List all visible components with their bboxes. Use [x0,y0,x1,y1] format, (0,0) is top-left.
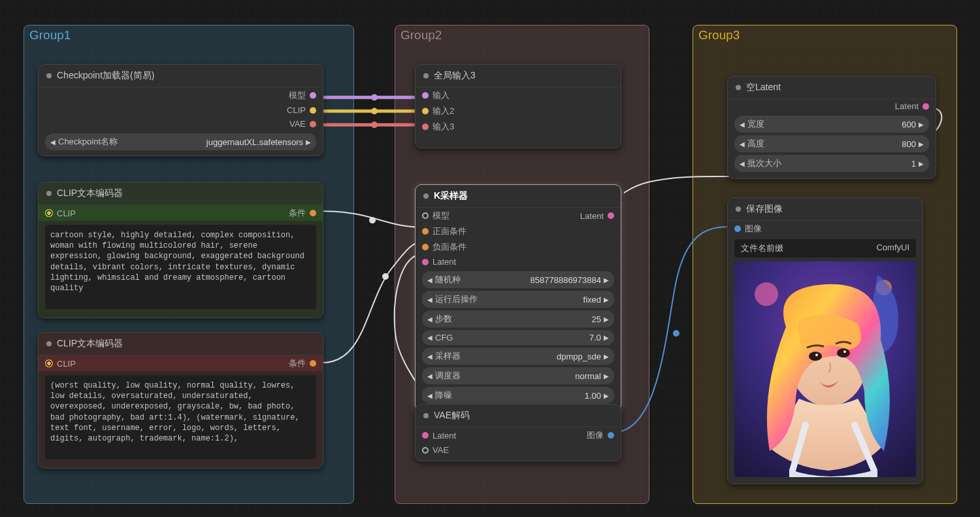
node-save-image[interactable]: 保存图像 图像 文件名前缀 ComfyUI [727,197,923,484]
collapse-icon[interactable] [46,191,52,196]
node-header[interactable]: Checkpoint加载器(简易) [39,65,323,88]
chevron-left-icon[interactable]: ◀ [50,139,56,146]
input-latent[interactable]: Latent [422,257,456,267]
chevron-left-icon[interactable]: ◀ [427,353,433,360]
chevron-left-icon[interactable]: ◀ [740,121,745,128]
chevron-right-icon[interactable]: ▶ [919,141,924,148]
chevron-left-icon[interactable]: ◀ [740,141,745,148]
port-row: 图像 [728,221,923,237]
svg-point-2 [371,122,378,128]
node-clip-negative[interactable]: CLIP文本编码器 CLIP 条件 [38,332,323,469]
port-row: Latent [728,99,936,113]
node-title: 保存图像 [746,203,783,215]
chevron-right-icon[interactable]: ▶ [919,160,924,167]
node-title: 全局输入3 [434,70,476,82]
chevron-right-icon[interactable]: ▶ [604,392,609,399]
input-3[interactable]: 输入3 [422,121,454,133]
widget-cfg[interactable]: ◀CFG7.0▶ [422,330,614,345]
node-header[interactable]: 保存图像 [728,198,923,221]
node-header[interactable]: 全局输入3 [416,65,621,88]
svg-point-1 [371,108,378,114]
prompt-textarea[interactable] [45,225,316,309]
group-2-title: Group2 [395,25,649,45]
chevron-left-icon[interactable]: ◀ [427,316,433,323]
input-latent[interactable]: Latent [422,431,456,441]
chevron-right-icon[interactable]: ▶ [306,139,311,146]
chevron-right-icon[interactable]: ▶ [604,316,609,323]
input-clip[interactable]: CLIP [45,208,76,218]
widget-scheduler[interactable]: ◀调度器normal▶ [422,367,614,384]
widget-filename-prefix[interactable]: 文件名前缀 ComfyUI [734,239,916,258]
port-row: 模型 Latent [416,208,621,224]
node-header[interactable]: 空Latent [728,76,936,99]
node-header[interactable]: CLIP文本编码器 [39,182,323,205]
widget-steps[interactable]: ◀步数25▶ [422,310,614,327]
chevron-left-icon[interactable]: ◀ [427,334,433,341]
collapse-icon[interactable] [46,341,52,346]
collapse-icon[interactable] [423,413,429,418]
collapse-icon[interactable] [736,207,741,212]
node-empty-latent[interactable]: 空Latent Latent ◀宽度600▶ ◀高度800▶ ◀批次大小1▶ [727,76,936,179]
node-header[interactable]: K采样器 [416,185,621,208]
chevron-right-icon[interactable]: ▶ [604,276,609,284]
output-model[interactable]: 模型 [289,90,316,101]
svg-point-0 [371,94,378,101]
widget-height[interactable]: ◀高度800▶ [734,135,929,152]
widget-seed[interactable]: ◀随机种858778886973884▶ [422,271,614,288]
input-vae[interactable]: VAE [422,445,449,455]
port-row: Latent 图像 [416,427,621,443]
widget-checkpoint-name[interactable]: ◀ Checkpoint名称 juggernautXL.safetensors … [45,133,316,150]
port-row: CLIP 条件 [39,356,323,371]
widget-sampler[interactable]: ◀采样器dpmpp_sde▶ [422,348,614,365]
input-1[interactable]: 输入 [422,90,449,101]
node-global-inputs[interactable]: 全局输入3 输入 输入2 输入3 [415,64,621,148]
chevron-left-icon[interactable]: ◀ [427,392,433,399]
output-conditioning[interactable]: 条件 [289,358,316,369]
collapse-icon[interactable] [736,85,741,90]
collapse-icon[interactable] [46,73,52,78]
node-header[interactable]: VAE解码 [416,405,621,427]
chevron-right-icon[interactable]: ▶ [604,353,609,360]
input-clip[interactable]: CLIP [45,359,76,369]
svg-point-3 [369,217,376,224]
input-image[interactable]: 图像 [734,223,762,235]
chevron-left-icon[interactable]: ◀ [427,373,433,380]
widget-denoise[interactable]: ◀降噪1.00▶ [422,387,614,404]
chevron-right-icon[interactable]: ▶ [919,121,924,128]
collapse-icon[interactable] [423,193,429,199]
chevron-right-icon[interactable]: ▶ [604,296,609,303]
input-negative[interactable]: 负面条件 [422,241,466,253]
prompt-textarea[interactable] [45,375,316,459]
node-header[interactable]: CLIP文本编码器 [39,333,323,356]
chevron-left-icon[interactable]: ◀ [740,160,745,167]
output-clip[interactable]: CLIP [287,105,316,115]
input-2[interactable]: 输入2 [422,105,454,117]
chevron-left-icon[interactable]: ◀ [427,296,433,303]
widget-batch[interactable]: ◀批次大小1▶ [734,155,929,172]
input-positive[interactable]: 正面条件 [422,225,466,237]
input-model[interactable]: 模型 [422,210,449,222]
widget-width[interactable]: ◀宽度600▶ [734,116,929,133]
port-row: CLIP [39,103,323,117]
node-title: CLIP文本编码器 [57,188,123,199]
port-row: Latent [416,255,621,269]
node-vae-decode[interactable]: VAE解码 Latent 图像 VAE [415,404,621,461]
node-checkpoint-loader[interactable]: Checkpoint加载器(简易) 模型 CLIP VAE ◀ Checkpoi… [38,64,323,156]
chevron-right-icon[interactable]: ▶ [604,373,609,380]
widget-control[interactable]: ◀运行后操作fixed▶ [422,291,614,308]
chevron-left-icon[interactable]: ◀ [427,276,433,284]
node-clip-positive[interactable]: CLIP文本编码器 CLIP 条件 [38,182,323,318]
output-latent[interactable]: Latent [895,101,929,111]
output-latent[interactable]: Latent [580,211,614,221]
node-title: 空Latent [746,82,781,93]
node-ksampler[interactable]: K采样器 模型 Latent 正面条件 负面条件 Latent ◀随机种8587… [415,184,621,411]
port-row: 负面条件 [416,239,621,255]
output-conditioning[interactable]: 条件 [289,207,316,219]
port-row: VAE [39,117,323,131]
collapse-icon[interactable] [423,73,429,78]
node-title: Checkpoint加载器(简易) [57,70,154,82]
svg-point-10 [809,352,822,361]
chevron-right-icon[interactable]: ▶ [604,334,609,341]
output-image[interactable]: 图像 [587,429,614,441]
output-vae[interactable]: VAE [289,119,316,129]
